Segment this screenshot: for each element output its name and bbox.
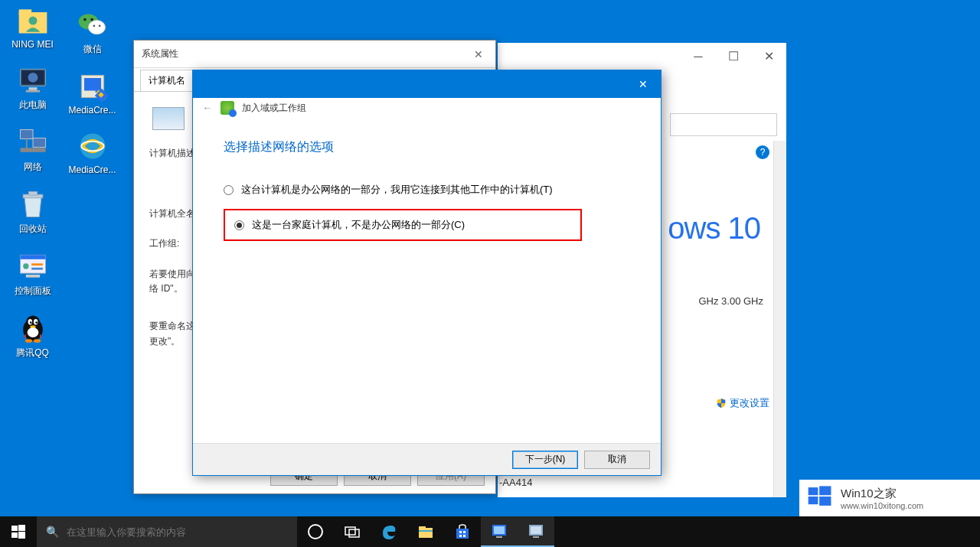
svg-rect-62 [494, 526, 505, 534]
svg-point-34 [90, 18, 93, 21]
svg-rect-42 [808, 487, 818, 495]
svg-point-17 [23, 263, 28, 269]
edge-button[interactable] [371, 516, 407, 547]
desktop-icon-network[interactable]: 网络 [4, 125, 61, 174]
pc-icon [16, 63, 50, 97]
svg-rect-55 [419, 530, 433, 532]
file-explorer-button[interactable] [407, 516, 444, 547]
cpu-frequency-text: GHz 3.00 GHz [698, 295, 763, 307]
svg-rect-58 [463, 531, 466, 533]
system-properties-taskbar-button[interactable] [518, 516, 554, 547]
shield-icon [716, 398, 727, 409]
product-id-fragment: -AA414 [499, 477, 532, 488]
desktop-icon-wechat[interactable]: 微信 [64, 8, 121, 56]
change-settings-link[interactable]: 更改设置 [716, 396, 769, 410]
svg-point-50 [309, 525, 322, 539]
windows10-logo-text: ows 10 [668, 211, 760, 246]
close-button[interactable]: ✕ [751, 43, 786, 70]
svg-rect-45 [819, 497, 831, 506]
desktop-icon-recycle[interactable]: 回收站 [4, 187, 61, 236]
dialog-title: 系统属性 [142, 47, 178, 60]
cancel-button[interactable]: 取消 [584, 451, 650, 469]
scrollbar[interactable] [773, 141, 786, 497]
control-panel-icon [16, 249, 50, 283]
watermark: Win10之家 www.win10xitong.com [799, 480, 980, 516]
svg-rect-38 [84, 78, 101, 91]
radio-option-home[interactable]: 这是一台家庭计算机，不是办公网络的一部分(C) [224, 209, 582, 241]
close-button[interactable]: ✕ [626, 70, 661, 98]
wizard-icon [220, 101, 234, 115]
svg-point-25 [29, 321, 31, 324]
svg-rect-18 [31, 263, 43, 265]
user-folder-icon [16, 4, 50, 37]
svg-point-30 [27, 327, 38, 337]
maximize-button[interactable]: ☐ [716, 43, 751, 70]
svg-point-26 [35, 321, 38, 324]
svg-rect-66 [533, 536, 539, 538]
desktop-icon-label: NING MEI [11, 39, 54, 50]
link-text: 更改设置 [730, 396, 769, 410]
svg-rect-54 [419, 526, 426, 529]
radio-label: 这台计算机是办公网络的一部分，我用它连接到其他工作中的计算机(T) [241, 183, 553, 197]
tab-computer-name[interactable]: 计算机名 [140, 70, 194, 91]
ie-icon [76, 129, 109, 163]
svg-rect-44 [808, 497, 818, 504]
wizard-title: 加入域或工作组 [242, 102, 306, 115]
svg-rect-9 [33, 138, 46, 148]
desktop-icon-label: 此电脑 [19, 99, 47, 112]
desktop-icon-mediacreation1[interactable]: MediaCre... [64, 70, 121, 116]
search-input[interactable] [670, 113, 777, 136]
dialog-titlebar: 系统属性 ✕ [134, 41, 495, 68]
svg-rect-65 [531, 526, 541, 534]
control-panel-taskbar-button[interactable] [481, 516, 518, 547]
svg-point-28 [24, 339, 31, 343]
cortana-button[interactable] [297, 516, 334, 547]
svg-rect-47 [18, 525, 25, 531]
desktop-icon-label: MediaCre... [68, 105, 116, 116]
svg-point-5 [28, 73, 38, 83]
computer-icon [152, 107, 185, 130]
desktop-icon-label: 微信 [83, 43, 102, 56]
taskbar: 🔍 [0, 516, 980, 547]
radio-icon [224, 185, 234, 195]
watermark-url: www.win10xitong.com [841, 501, 923, 510]
svg-rect-60 [463, 535, 466, 537]
search-icon: 🔍 [46, 526, 59, 538]
svg-rect-20 [25, 275, 39, 278]
svg-point-2 [28, 17, 37, 25]
start-button[interactable] [0, 516, 37, 547]
close-button[interactable]: ✕ [466, 44, 491, 65]
svg-point-33 [83, 18, 87, 21]
radio-option-office[interactable]: 这台计算机是办公网络的一部分，我用它连接到其他工作中的计算机(T) [224, 177, 630, 203]
svg-rect-52 [349, 529, 359, 537]
minimize-button[interactable]: ─ [681, 43, 716, 70]
task-view-button[interactable] [334, 516, 371, 547]
installer-icon [76, 70, 109, 103]
svg-rect-6 [28, 87, 37, 90]
back-icon[interactable]: ← [202, 102, 213, 114]
desktop-icon-qq[interactable]: 腾讯QQ [4, 311, 61, 360]
svg-rect-46 [11, 526, 18, 531]
desktop-icon-mediacreation2[interactable]: MediaCre... [64, 129, 121, 175]
windows-icon [11, 525, 25, 539]
store-button[interactable] [444, 516, 481, 547]
svg-rect-7 [25, 90, 39, 93]
svg-rect-57 [459, 531, 462, 533]
svg-rect-56 [456, 529, 469, 539]
radio-icon-checked [234, 220, 244, 230]
svg-rect-51 [345, 527, 355, 535]
wizard-breadcrumb: ← 加入域或工作组 [193, 98, 661, 118]
search-input[interactable] [67, 526, 288, 538]
network-icon [16, 125, 50, 159]
qq-icon [16, 311, 50, 345]
desktop-icon-user[interactable]: NING MEI [4, 4, 61, 50]
help-icon[interactable]: ? [756, 145, 769, 159]
desktop-icon-thispc[interactable]: 此电脑 [4, 63, 61, 112]
desktop-icon-controlpanel[interactable]: 控制面板 [4, 249, 61, 298]
radio-label: 这是一台家庭计算机，不是办公网络的一部分(C) [252, 218, 465, 232]
recycle-bin-icon [16, 187, 50, 221]
next-button[interactable]: 下一步(N) [512, 451, 578, 469]
taskbar-search[interactable]: 🔍 [37, 516, 297, 547]
desktop-icon-label: 腾讯QQ [16, 347, 49, 360]
wizard-titlebar: ✕ [193, 70, 661, 98]
